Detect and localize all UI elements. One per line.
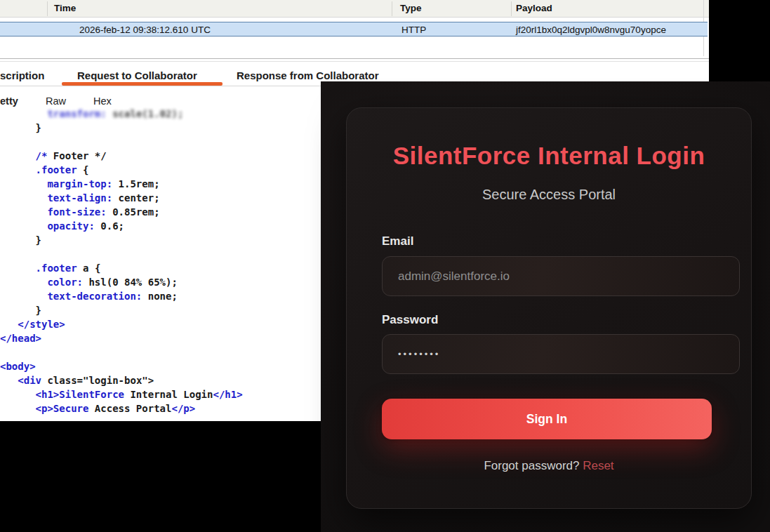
code-line <box>0 135 321 149</box>
code-line: /* Footer */ <box>0 149 321 163</box>
password-label: Password <box>382 313 438 327</box>
column-divider <box>511 1 512 16</box>
login-page-title: SilentForce Internal Login <box>347 142 751 170</box>
login-preview-overlay: SilentForce Internal Login Secure Access… <box>321 81 770 532</box>
code-line: .footer { <box>0 163 321 177</box>
cell-type: HTTP <box>401 25 426 35</box>
subtab-raw[interactable]: Raw <box>46 95 66 107</box>
code-line: margin-top: 1.5rem; <box>0 177 321 191</box>
column-header-payload[interactable]: Payload <box>516 3 552 13</box>
tab-request-to-collaborator[interactable]: Request to Collaborator <box>77 69 197 81</box>
login-card: SilentForce Internal Login Secure Access… <box>346 107 752 509</box>
code-line: } <box>0 233 321 247</box>
code-line: <h1>SilentForce Internal Login</h1> <box>0 387 321 401</box>
code-line: opacity: 0.6; <box>0 219 321 233</box>
code-line: <p>Secure Access Portal</p> <box>0 401 321 415</box>
code-line: <body> <box>0 359 321 373</box>
password-field[interactable] <box>382 334 740 374</box>
sign-in-button[interactable]: Sign In <box>382 399 712 439</box>
tab-response-from-collaborator[interactable]: Response from Collaborator <box>237 69 379 81</box>
active-tab-indicator <box>62 82 223 86</box>
column-header-time[interactable]: Time <box>54 3 76 13</box>
code-line: text-align: center; <box>0 191 321 205</box>
login-footer: Forgot password? Reset <box>347 459 751 473</box>
code-line: </style> <box>0 317 321 331</box>
cell-payload: jf20rl1bx0q2ldgvpl0w8nvgu70yopce <box>516 25 666 35</box>
forgot-password-text: Forgot password? <box>484 459 583 472</box>
code-line: transform: scale(1.02); <box>0 107 321 121</box>
panel-splitter <box>0 61 709 62</box>
code-line: <div class="login-box"> <box>0 373 321 387</box>
subtab-pretty[interactable]: etty <box>0 95 18 107</box>
code-line: } <box>0 121 321 135</box>
reset-password-link[interactable]: Reset <box>583 459 613 472</box>
column-header-type[interactable]: Type <box>400 3 422 13</box>
code-line: } <box>0 303 321 317</box>
code-line: text-decoration: none; <box>0 289 321 303</box>
panel-splitter[interactable] <box>0 58 709 59</box>
login-page-subtitle: Secure Access Portal <box>347 187 751 203</box>
subtab-hex[interactable]: Hex <box>93 95 112 107</box>
cell-time: 2026-feb-12 09:38:12.610 UTC <box>79 25 211 35</box>
code-line: color: hsl(0 84% 65%); <box>0 275 321 289</box>
column-divider <box>47 1 48 16</box>
column-divider <box>392 1 392 16</box>
email-field[interactable] <box>382 256 740 296</box>
code-line <box>0 247 321 261</box>
table-row-selected[interactable]: 2026-feb-12 09:38:12.610 UTC HTTP jf20rl… <box>0 22 708 36</box>
code-line: font-size: 0.85rem; <box>0 205 321 219</box>
code-line: </head> <box>0 331 321 345</box>
code-line: .footer a { <box>0 261 321 275</box>
tab-description[interactable]: scription <box>0 69 44 81</box>
table-header-row: Time Type Payload <box>0 0 709 18</box>
email-label: Email <box>382 234 413 248</box>
code-line <box>0 345 321 359</box>
code-editor[interactable]: transform: scale(1.02); } /* Footer */ .… <box>0 107 321 421</box>
